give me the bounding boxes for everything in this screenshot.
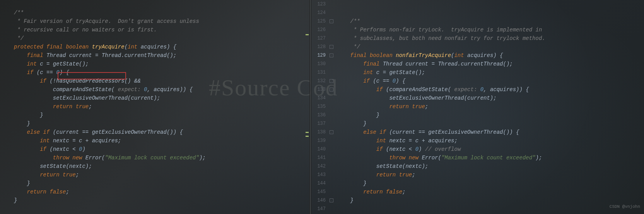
split-view: /** * Fair version of tryAcquire. Don't …: [0, 0, 644, 214]
code-line[interactable]: * Performs non-fair tryLock. tryAcquire …: [337, 26, 644, 34]
code-line[interactable]: final Thread current = Thread.currentThr…: [337, 60, 644, 68]
line-number[interactable]: 127: [311, 34, 326, 43]
line-number[interactable]: 133: [311, 85, 326, 94]
line-number[interactable]: 138: [311, 128, 326, 136]
code-area-left[interactable]: /** * Fair version of tryAcquire. Don't …: [0, 0, 309, 213]
line-number[interactable]: 142: [311, 162, 326, 171]
code-line[interactable]: setState(nextc);: [14, 162, 309, 171]
code-line[interactable]: if (c == 0) {: [14, 68, 309, 77]
fold-marker-icon[interactable]: -: [330, 198, 333, 202]
line-number[interactable]: 136: [311, 111, 326, 119]
code-area-right[interactable]: /** * Performs non-fair tryLock. tryAcqu…: [336, 0, 644, 214]
code-line[interactable]: * recursive call or no waiters or is fir…: [14, 26, 309, 34]
fold-marker-icon[interactable]: -: [330, 88, 333, 91]
code-line[interactable]: throw new Error("Maximum lock count exce…: [337, 154, 644, 162]
code-line[interactable]: }: [14, 111, 309, 119]
line-number[interactable]: 147: [311, 205, 326, 213]
code-line[interactable]: [337, 9, 644, 17]
code-line[interactable]: if (nextc < 0) // overflow: [337, 145, 644, 154]
code-line[interactable]: int nextc = c + acquires;: [14, 136, 309, 145]
code-line[interactable]: */: [337, 43, 644, 51]
code-line[interactable]: }: [337, 119, 644, 128]
code-line[interactable]: return false;: [14, 188, 309, 196]
minimap-left[interactable]: [305, 0, 309, 214]
line-number[interactable]: 135: [311, 102, 326, 111]
code-line[interactable]: }: [337, 196, 644, 205]
line-number[interactable]: 139: [311, 136, 326, 145]
code-line[interactable]: }: [337, 111, 644, 119]
line-number[interactable]: 129: [311, 51, 326, 60]
code-line[interactable]: if (!hasQueuedPredecessors() &&: [14, 77, 309, 85]
line-number[interactable]: 131: [311, 68, 326, 77]
code-line[interactable]: setState(nextc);: [337, 162, 644, 171]
code-line[interactable]: return true;: [14, 171, 309, 179]
code-line[interactable]: if (c == 0) {: [337, 77, 644, 85]
line-number[interactable]: 137: [311, 119, 326, 128]
code-line[interactable]: if (compareAndSetState( expect: 0, acqui…: [337, 85, 644, 94]
line-number[interactable]: 124: [311, 9, 326, 17]
code-line[interactable]: return true;: [14, 102, 309, 111]
line-number[interactable]: 125: [311, 17, 326, 26]
line-number[interactable]: 143: [311, 171, 326, 179]
editor-pane-left[interactable]: /** * Fair version of tryAcquire. Don't …: [0, 0, 309, 214]
code-line[interactable]: [337, 205, 644, 213]
code-line[interactable]: }: [14, 119, 309, 128]
code-line[interactable]: if (nextc < 0): [14, 145, 309, 154]
line-number[interactable]: 144: [311, 179, 326, 188]
code-line[interactable]: * Fair version of tryAcquire. Don't gran…: [14, 17, 309, 26]
code-line[interactable]: [337, 0, 644, 9]
code-line[interactable]: return true;: [337, 102, 644, 111]
code-line[interactable]: setExclusiveOwnerThread(current);: [14, 94, 309, 102]
line-number[interactable]: 141: [311, 154, 326, 162]
code-line[interactable]: compareAndSetState( expect: 0, acquires)…: [14, 85, 309, 94]
line-number[interactable]: 145: [311, 188, 326, 196]
code-line[interactable]: }: [14, 196, 309, 205]
code-line[interactable]: /**: [14, 9, 309, 17]
code-line[interactable]: else if (current == getExclusiveOwnerThr…: [14, 128, 309, 136]
code-line[interactable]: }: [14, 179, 309, 188]
code-line[interactable]: int c = getState();: [337, 68, 644, 77]
code-line[interactable]: else if (current == getExclusiveOwnerThr…: [337, 128, 644, 136]
code-line[interactable]: return true;: [337, 171, 644, 179]
fold-gutter-right[interactable]: --------: [329, 0, 336, 214]
line-number[interactable]: 146: [311, 196, 326, 205]
csdn-watermark: CSDN @vnjohn: [610, 202, 640, 211]
code-line[interactable]: [14, 205, 309, 213]
code-line[interactable]: final boolean nonfairTryAcquire(int acqu…: [337, 51, 644, 60]
code-line[interactable]: }: [337, 179, 644, 188]
fold-marker-icon[interactable]: -: [330, 54, 333, 57]
code-line[interactable]: [14, 0, 309, 9]
code-line[interactable]: */: [14, 34, 309, 43]
code-line[interactable]: protected final boolean tryAcquire(int a…: [14, 43, 309, 51]
line-number[interactable]: 123: [311, 0, 326, 9]
code-line[interactable]: setExclusiveOwnerThread(current);: [337, 94, 644, 102]
code-line[interactable]: return false;: [337, 188, 644, 196]
line-number[interactable]: 134: [311, 94, 326, 102]
code-line[interactable]: * subclasses, but both need nonfair try …: [337, 34, 644, 43]
line-number[interactable]: 130: [311, 60, 326, 68]
line-number[interactable]: 126: [311, 26, 326, 34]
line-number[interactable]: 128: [311, 43, 326, 51]
fold-marker-icon[interactable]: -: [330, 19, 333, 23]
code-line[interactable]: int c = getState();: [14, 60, 309, 68]
fold-marker-icon[interactable]: -: [330, 79, 333, 83]
fold-marker-icon[interactable]: -: [330, 45, 333, 49]
line-number[interactable]: 140: [311, 145, 326, 154]
code-line[interactable]: int nextc = c + acquires;: [337, 136, 644, 145]
code-line[interactable]: /**: [337, 17, 644, 26]
fold-marker-icon[interactable]: -: [330, 130, 333, 134]
code-line[interactable]: final Thread current = Thread.currentThr…: [14, 51, 309, 60]
line-number[interactable]: 132: [311, 77, 326, 85]
editor-pane-right[interactable]: 1231241251261271281291301311321331341351…: [311, 0, 644, 214]
line-gutter-right[interactable]: 1231241251261271281291301311321331341351…: [311, 0, 329, 214]
code-line[interactable]: throw new Error("Maximum lock count exce…: [14, 154, 309, 162]
